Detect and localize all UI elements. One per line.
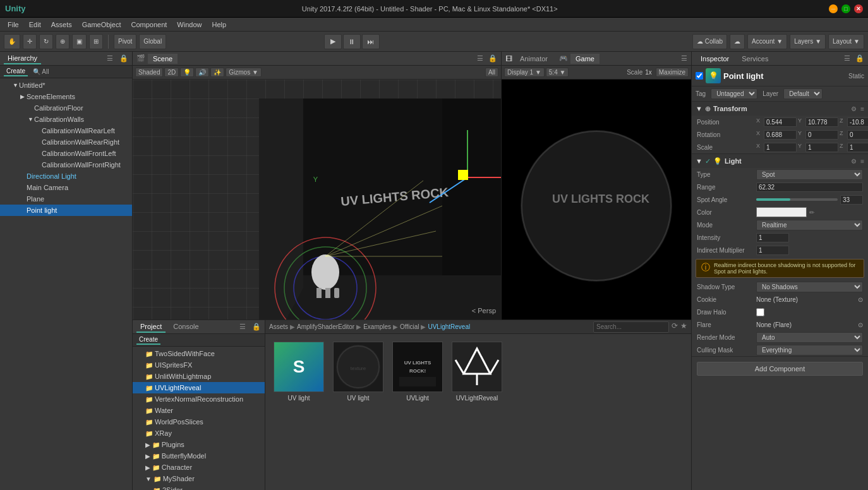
scale-y-input[interactable]: [805, 143, 838, 152]
cloud-button[interactable]: ☁: [730, 34, 745, 49]
folder-water[interactable]: 📁 Water: [133, 405, 265, 416]
color-swatch[interactable]: [756, 207, 807, 217]
assets-star-icon[interactable]: ★: [680, 321, 687, 333]
object-active-checkbox[interactable]: [696, 72, 703, 80]
menu-help[interactable]: Help: [207, 20, 231, 30]
tree-item-pointlight[interactable]: Point light: [0, 205, 132, 216]
services-tab[interactable]: Services: [737, 54, 773, 64]
breadcrumb-amplify[interactable]: AmplifyShaderEditor: [297, 323, 354, 330]
menu-edit[interactable]: Edit: [24, 20, 46, 30]
project-lock-icon[interactable]: 🔒: [252, 323, 261, 331]
create-assets-button[interactable]: Create: [136, 335, 160, 345]
folder-worldposslices[interactable]: 📁 WorldPosSlices: [133, 416, 265, 427]
light-settings-icon[interactable]: ⚙: [851, 158, 857, 165]
gizmos-button[interactable]: Gizmos ▼: [226, 68, 262, 77]
tree-item-calibrationwalls[interactable]: ▼ CalibrationWalls: [0, 114, 132, 125]
project-menu-icon[interactable]: ☰: [239, 323, 246, 331]
tree-item-calibrationfloor[interactable]: CalibrationFloor: [0, 102, 132, 114]
menu-component[interactable]: Component: [126, 20, 172, 30]
color-pen-icon[interactable]: ✏: [809, 209, 814, 216]
all-button[interactable]: All: [485, 68, 498, 77]
position-y-input[interactable]: [805, 117, 838, 127]
breadcrumb-assets[interactable]: Assets: [269, 323, 288, 330]
folder-character[interactable]: ▶ 📁 Character: [133, 462, 265, 473]
close-button[interactable]: ✕: [854, 4, 863, 13]
breadcrumb-examples[interactable]: Examples: [363, 323, 391, 330]
step-button[interactable]: ⏭: [362, 34, 380, 49]
asset-uvlight-shader[interactable]: S UV light: [270, 339, 327, 404]
assets-search-input[interactable]: [593, 321, 669, 333]
draw-halo-checkbox[interactable]: [756, 308, 764, 316]
folder-myshader[interactable]: ▼ 📁 MyShader: [133, 473, 265, 484]
scale-tool-button[interactable]: ⊕: [56, 34, 69, 49]
shading-mode-button[interactable]: Shaded: [135, 68, 163, 77]
console-tab[interactable]: Console: [169, 321, 202, 333]
rect-tool-button[interactable]: ▣: [72, 34, 87, 49]
play-button[interactable]: ▶: [324, 34, 342, 49]
render-mode-select[interactable]: Auto: [756, 332, 863, 343]
scene-menu-icon[interactable]: ☰: [477, 54, 483, 63]
mode-select[interactable]: Realtime: [756, 220, 863, 230]
tree-item-untitled[interactable]: ▼ Untitled*: [0, 80, 132, 91]
asset-uvlight-scene[interactable]: UV LIGHTS ROCK! UVLight: [389, 339, 446, 404]
spot-angle-slider[interactable]: [756, 198, 838, 201]
lighting-button[interactable]: 💡: [180, 68, 194, 77]
layout-button[interactable]: Layout ▼: [828, 34, 864, 49]
layer-select[interactable]: Default: [783, 88, 823, 99]
maximize-button[interactable]: Maximize: [656, 68, 689, 77]
2d-mode-button[interactable]: 2D: [164, 68, 179, 77]
menu-assets[interactable]: Assets: [46, 20, 77, 30]
move-tool-button[interactable]: ✛: [23, 34, 37, 49]
tag-select[interactable]: Untagged: [711, 88, 757, 99]
menu-window[interactable]: Window: [172, 20, 207, 30]
account-button[interactable]: Account ▼: [747, 34, 787, 49]
pivot-button[interactable]: Pivot: [114, 34, 136, 49]
light-header[interactable]: ▼ ✓ 💡 Light ⚙ ≡: [692, 154, 868, 168]
folder-2sider[interactable]: 📁 2Sider: [133, 484, 265, 490]
pause-button[interactable]: ⏸: [343, 34, 361, 49]
rotate-tool-button[interactable]: ↻: [39, 34, 53, 49]
hierarchy-tab[interactable]: Hierarchy: [4, 53, 41, 64]
asset-uvlight-texture[interactable]: texture UV light: [330, 339, 387, 404]
culling-mask-select[interactable]: Everything: [756, 345, 863, 356]
tree-item-wallfrontleft[interactable]: CalibrationWallFrontLeft: [0, 148, 132, 159]
tree-item-sceneelements[interactable]: ▶ SceneElements: [0, 91, 132, 102]
breadcrumb-official[interactable]: Official: [400, 323, 419, 330]
indirect-input[interactable]: [756, 246, 789, 255]
folder-uispritesfx[interactable]: 📁 UISpritesFX: [133, 359, 265, 371]
menu-gameobject[interactable]: GameObject: [77, 20, 126, 30]
scene-tab[interactable]: Scene: [148, 54, 178, 64]
game-tab[interactable]: Game: [570, 54, 600, 64]
spot-angle-input[interactable]: [840, 195, 863, 205]
collab-button[interactable]: ☁ Collab: [692, 34, 727, 49]
rotation-y-input[interactable]: [805, 130, 838, 140]
folder-vertexnormal[interactable]: 📁 VertexNormalReconstruction: [133, 393, 265, 405]
range-input[interactable]: [756, 182, 863, 192]
light-type-select[interactable]: Spot: [756, 169, 863, 180]
cookie-target-icon[interactable]: ⊙: [858, 296, 863, 303]
add-component-button[interactable]: Add Component: [697, 362, 863, 376]
transform-settings-icon[interactable]: ⚙: [851, 105, 857, 112]
tree-item-maincamera[interactable]: Main Camera: [0, 182, 132, 193]
light-context-icon[interactable]: ≡: [860, 158, 864, 165]
create-label[interactable]: Create: [4, 67, 28, 76]
transform-context-icon[interactable]: ≡: [860, 105, 864, 112]
shadow-type-select[interactable]: No Shadows: [756, 282, 863, 292]
inspector-tab[interactable]: Inspector: [696, 54, 734, 64]
folder-xray[interactable]: 📁 XRay: [133, 427, 265, 439]
rotation-z-input[interactable]: [847, 130, 868, 140]
game-menu-icon[interactable]: ☰: [681, 54, 687, 63]
folder-uvlightreveal[interactable]: 📁 UVLightReveal: [133, 382, 265, 393]
global-button[interactable]: Global: [139, 34, 166, 49]
project-tab[interactable]: Project: [136, 321, 166, 333]
breadcrumb-uvlightreveal[interactable]: UVLightReveal: [428, 323, 470, 330]
hand-tool-button[interactable]: ✋: [4, 34, 20, 49]
audio-button[interactable]: 🔊: [195, 68, 209, 77]
fx-button[interactable]: ✨: [210, 68, 224, 77]
minimize-button[interactable]: ─: [829, 4, 838, 13]
scale-x-input[interactable]: [764, 143, 797, 152]
maximize-button[interactable]: □: [841, 4, 850, 13]
rotation-x-input[interactable]: [764, 130, 797, 140]
position-x-input[interactable]: [764, 117, 797, 127]
folder-unlitwithlight[interactable]: 📁 UnlitWithLightmap: [133, 371, 265, 382]
